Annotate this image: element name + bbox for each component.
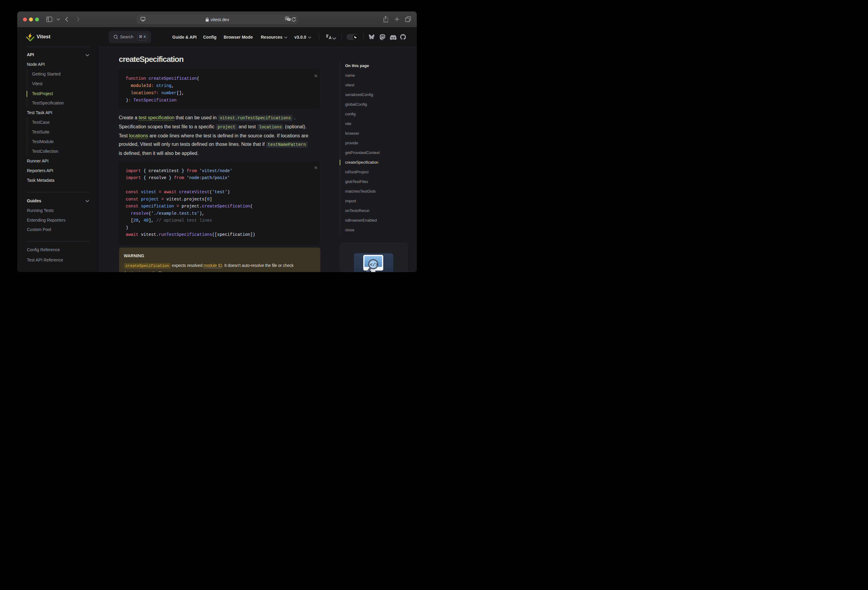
svg-text:</>: </>	[370, 262, 378, 268]
